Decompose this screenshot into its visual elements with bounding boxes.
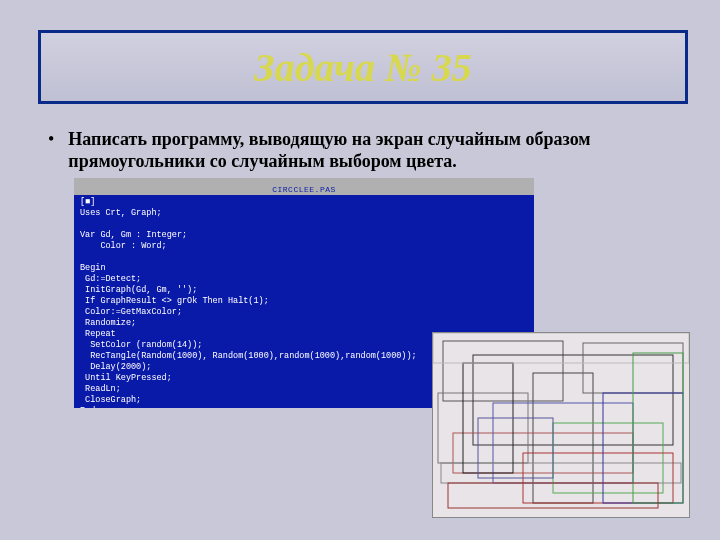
title-text: Задача № 35 <box>254 44 471 91</box>
svg-rect-6 <box>493 403 633 483</box>
bullet-dot: • <box>48 128 54 150</box>
svg-rect-0 <box>443 341 563 401</box>
svg-rect-15 <box>478 418 553 478</box>
bullet-text: Написать программу, выводящую на экран с… <box>68 128 678 172</box>
rectangles-svg <box>433 333 689 517</box>
svg-rect-12 <box>433 333 689 363</box>
svg-rect-11 <box>603 393 683 503</box>
title-box: Задача № 35 <box>38 30 688 104</box>
code-file-title: CIRCCLEE.PAS <box>74 185 534 195</box>
output-screenshot <box>432 332 690 518</box>
bullet-row: • Написать программу, выводящую на экран… <box>48 128 678 172</box>
code-ide-topbar <box>74 178 534 185</box>
svg-rect-1 <box>473 355 673 445</box>
svg-rect-13 <box>633 353 683 503</box>
